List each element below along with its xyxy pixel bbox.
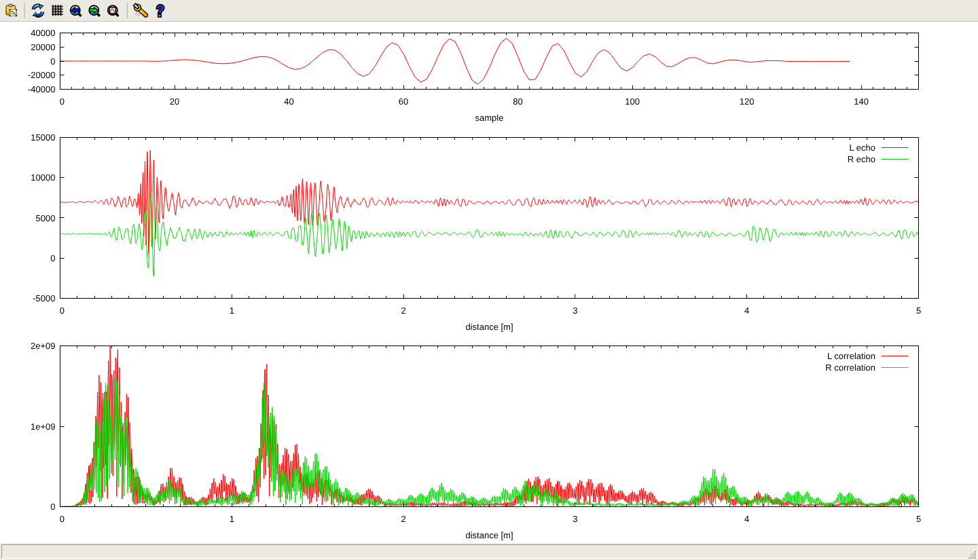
svg-text:0: 0 (50, 502, 55, 512)
svg-text:1e+09: 1e+09 (31, 422, 56, 432)
svg-text:40000: 40000 (31, 28, 55, 38)
svg-text:2: 2 (401, 514, 405, 524)
svg-text:distance [m]: distance [m] (465, 530, 513, 540)
svg-text:20000: 20000 (31, 42, 55, 52)
svg-text:0: 0 (50, 253, 55, 263)
svg-text:4: 4 (744, 305, 749, 316)
svg-text:-40000: -40000 (28, 84, 55, 94)
svg-text:3: 3 (573, 305, 577, 316)
svg-text:L echo: L echo (849, 143, 875, 153)
svg-text:10000: 10000 (31, 172, 55, 183)
svg-text:1: 1 (230, 305, 234, 316)
svg-text:20: 20 (170, 96, 179, 107)
svg-text:0: 0 (60, 305, 65, 316)
svg-text:140: 140 (854, 96, 869, 107)
svg-text:2: 2 (401, 305, 405, 316)
svg-text:0: 0 (60, 96, 65, 107)
svg-text:R correlation: R correlation (825, 362, 875, 373)
svg-text:0: 0 (50, 56, 55, 67)
svg-text:-20000: -20000 (28, 70, 55, 80)
svg-text:40: 40 (284, 96, 293, 107)
svg-text:5: 5 (916, 514, 921, 524)
svg-text:R echo: R echo (848, 154, 875, 164)
svg-text:120: 120 (740, 96, 755, 107)
svg-text:100: 100 (625, 96, 640, 107)
svg-text:80: 80 (513, 96, 522, 107)
svg-text:60: 60 (399, 96, 408, 107)
svg-text:0: 0 (60, 514, 65, 524)
svg-text:5: 5 (916, 305, 921, 316)
svg-text:distance [m]: distance [m] (465, 322, 513, 332)
svg-text:L correlation: L correlation (827, 351, 875, 361)
svg-text:5000: 5000 (36, 213, 56, 223)
svg-text:3: 3 (573, 514, 577, 524)
svg-text:2e+09: 2e+09 (31, 341, 56, 351)
svg-text:-5000: -5000 (33, 293, 55, 303)
svg-text:4: 4 (744, 514, 749, 524)
svg-text:sample: sample (475, 113, 504, 123)
svg-text:1: 1 (230, 514, 234, 524)
svg-text:15000: 15000 (31, 132, 55, 143)
